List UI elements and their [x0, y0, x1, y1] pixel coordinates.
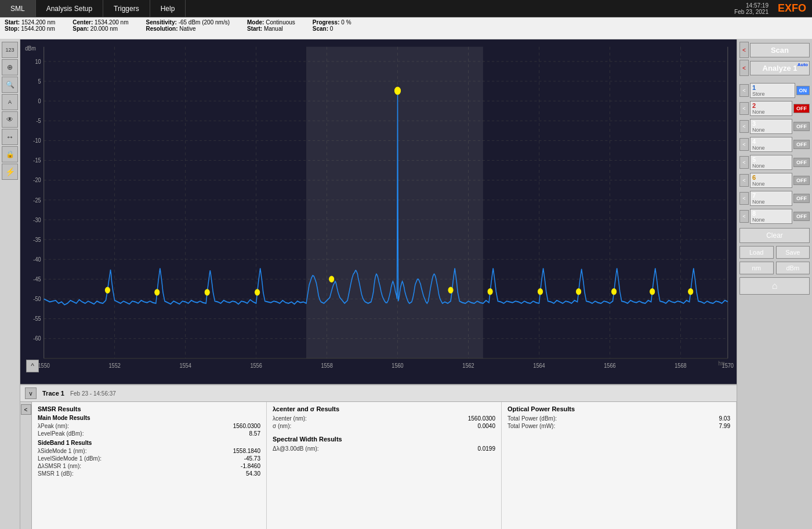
lambda-center-panel: λcenter and σ Results λcenter (nm): 1560…	[267, 402, 502, 529]
center-content: 10 5 0 -5 -10 -15 -20 -25 -30 -35 -40 -4…	[20, 39, 737, 529]
trace-2-back[interactable]: <	[740, 102, 749, 115]
trace-1-num: 1	[752, 84, 793, 91]
scan-label: Scan: 0	[313, 26, 351, 32]
svg-point-59	[448, 287, 453, 293]
delta3db-val: 0.0199	[477, 445, 495, 452]
level-sidemode-row: LevelSideMode 1 (dBm): -45.73	[38, 455, 260, 462]
lambda-sidemode-row: λSideMode 1 (nm): 1558.1840	[38, 447, 260, 455]
main-mode-title: Main Mode Results	[38, 415, 260, 421]
trace-2-toggle[interactable]: OFF	[793, 104, 810, 113]
svg-text:1562: 1562	[462, 362, 474, 369]
scan-row: < Scan	[740, 42, 810, 58]
trace-6-toggle[interactable]: OFF	[793, 176, 810, 185]
menu-analysis-setup[interactable]: Analysis Setup	[36, 0, 103, 17]
svg-point-64	[488, 289, 492, 295]
right-sidebar: < Scan < Auto Analyze 1 < 1 Store ON <	[737, 39, 812, 529]
svg-text:-10: -10	[33, 137, 41, 144]
svg-text:hm: hm	[718, 361, 725, 367]
trace-6-back[interactable]: <	[740, 174, 749, 187]
svg-text:-55: -55	[33, 315, 41, 322]
svg-point-62	[205, 289, 209, 295]
tool-auto[interactable]: A	[2, 94, 18, 110]
center-label: Center: 1534.200 nm	[72, 19, 128, 26]
level-sidemode-val: -45.73	[244, 455, 260, 462]
lambda-center-title: λcenter and σ Results	[273, 405, 495, 412]
svg-text:-25: -25	[33, 197, 41, 204]
trace-8-toggle[interactable]: OFF	[793, 212, 810, 221]
panel-toggle-btn[interactable]: <	[21, 404, 31, 415]
svg-text:-5: -5	[36, 117, 41, 124]
tool-marker[interactable]: ⚡	[2, 164, 18, 180]
resolution-label: Resolution: Native	[146, 26, 230, 32]
svg-point-66	[577, 289, 581, 295]
analyze-button[interactable]: Auto Analyze 1	[750, 61, 810, 75]
tool-zoom-fit[interactable]: ⊕	[2, 59, 18, 75]
svg-text:10: 10	[35, 58, 41, 65]
trace-8-name: None	[752, 217, 790, 223]
progress-label: Progress: 0 %	[313, 19, 351, 26]
home-button[interactable]: ⌂	[740, 277, 810, 295]
trace-1-name: Store	[752, 91, 793, 97]
trace-row-1: < 1 Store ON	[740, 83, 810, 98]
collapse-bottom-btn[interactable]: v	[25, 387, 37, 399]
svg-text:-20: -20	[33, 177, 41, 184]
chart-nav-button[interactable]: ^	[26, 360, 39, 372]
mode-label: Mode: Continuous	[247, 19, 295, 26]
svg-point-57	[394, 87, 400, 95]
analyze-row: < Auto Analyze 1	[740, 60, 810, 76]
svg-point-58	[329, 276, 334, 282]
svg-text:-30: -30	[33, 216, 41, 223]
scan-button[interactable]: Scan	[750, 43, 810, 57]
nm-button[interactable]: nm	[740, 262, 774, 274]
load-button[interactable]: Load	[740, 246, 774, 259]
trace-6-num: 6	[752, 174, 790, 181]
scan-back-btn[interactable]: <	[740, 42, 749, 58]
trace-5-back[interactable]: <	[740, 156, 749, 169]
stop-label: Stop: 1544.200 nm	[5, 26, 55, 32]
trace-7-toggle[interactable]: OFF	[793, 194, 810, 203]
tool-lock[interactable]: 🔒	[2, 146, 18, 162]
trace-3-toggle[interactable]: OFF	[793, 122, 810, 131]
trace-3-back[interactable]: <	[740, 120, 749, 133]
trace-4-back[interactable]: <	[740, 138, 749, 151]
clear-button[interactable]: Clear	[740, 228, 810, 243]
svg-point-67	[612, 289, 617, 295]
sensitivity-label: Sensitivity: -65 dBm (200 nm/s)	[146, 19, 230, 26]
trace-row-8: < 8 None OFF	[740, 209, 810, 224]
svg-text:1552: 1552	[108, 362, 121, 369]
svg-text:1564: 1564	[533, 362, 545, 369]
sigma-label: σ (nm):	[273, 423, 291, 429]
trace-2-info: 2 None	[750, 101, 792, 116]
trace-4-toggle[interactable]: OFF	[793, 140, 810, 149]
save-button[interactable]: Save	[776, 246, 810, 259]
chart-container[interactable]: 10 5 0 -5 -10 -15 -20 -25 -30 -35 -40 -4…	[20, 39, 737, 384]
level-peak-val: 8.57	[249, 430, 260, 437]
trace-3-name: None	[752, 127, 790, 133]
svg-text:-15: -15	[33, 157, 41, 164]
lambda-peak-row: λPeak (nm): 1560.0300	[38, 422, 260, 430]
analyze-back-btn[interactable]: <	[740, 60, 749, 76]
trace-5-toggle[interactable]: OFF	[793, 158, 810, 167]
trace-1-back[interactable]: <	[740, 84, 749, 97]
menu-sml[interactable]: SML	[0, 0, 36, 17]
auto-label: Auto	[798, 62, 808, 67]
svg-text:-60: -60	[33, 335, 41, 342]
menu-help[interactable]: Help	[150, 0, 186, 17]
sigma-row: σ (nm): 0.0040	[273, 422, 495, 430]
trace-8-back[interactable]: <	[740, 210, 749, 223]
tool-view[interactable]: 👁	[2, 111, 18, 128]
trace-7-back[interactable]: <	[740, 192, 749, 205]
tool-zoom-in[interactable]: 🔍	[2, 77, 18, 93]
trace-2-num: 2	[752, 102, 790, 109]
trace-1-toggle[interactable]: ON	[796, 86, 810, 95]
menu-triggers[interactable]: Triggers	[103, 0, 150, 17]
trace-3-num: 3	[752, 120, 790, 127]
tool-pan[interactable]: ↔	[2, 129, 18, 145]
dbm-button[interactable]: dBm	[776, 262, 810, 274]
svg-text:1556: 1556	[250, 362, 262, 369]
lambda-center-row: λcenter (nm): 1560.0300	[273, 415, 495, 422]
trace-row-6: < 6 None OFF	[740, 173, 810, 188]
svg-text:5: 5	[38, 78, 41, 85]
svg-text:-45: -45	[33, 276, 41, 282]
tool-number[interactable]: 123	[2, 42, 18, 58]
